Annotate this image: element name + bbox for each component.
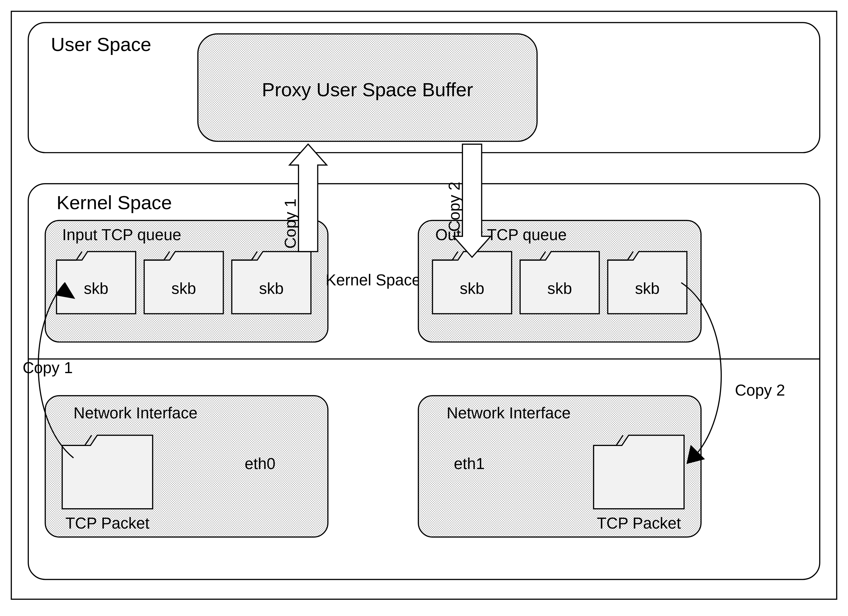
- nic0-panel: Network Interface eth0 TCP Packet: [45, 395, 328, 537]
- svg-marker-20: [62, 435, 153, 509]
- proxy-buffer-label: Proxy User Space Buffer: [262, 79, 473, 100]
- svg-text:skb: skb: [172, 280, 196, 297]
- skb-folder: skb: [144, 252, 224, 314]
- svg-text:skb: skb: [460, 280, 484, 297]
- input-queue-label: Input TCP queue: [62, 226, 181, 243]
- tcp-packet-folder: [62, 435, 153, 509]
- copy1-arrow-label: Copy 1: [282, 198, 299, 249]
- skb-folder: skb: [520, 252, 599, 314]
- nic0-label: Network Interface: [74, 404, 197, 422]
- copy2-arrow-label: Copy 2: [445, 182, 463, 232]
- nic1-panel: Network Interface eth1 TCP Packet: [418, 395, 701, 537]
- svg-marker-22: [594, 435, 684, 509]
- svg-text:skb: skb: [84, 280, 108, 297]
- kernel-space-label: Kernel Space: [56, 192, 172, 213]
- diagram-root: User Space Proxy User Space Buffer Kerne…: [0, 0, 848, 610]
- user-space-label: User Space: [51, 34, 151, 55]
- tcp-packet-folder: [594, 435, 684, 509]
- copy2-ext-label: Copy 2: [735, 381, 785, 399]
- copy1-ext-label: Copy 1: [22, 359, 73, 376]
- nic1-packet-label: TCP Packet: [597, 514, 681, 532]
- kernel-center-label: Kernel Space: [325, 271, 421, 289]
- kernel-space-panel: Kernel Space Input TCP queue skb skb skb: [28, 184, 820, 579]
- nic0-iface: eth0: [245, 455, 276, 472]
- nic1-label: Network Interface: [446, 404, 571, 422]
- svg-text:skb: skb: [259, 280, 283, 297]
- nic1-iface: eth1: [454, 455, 485, 472]
- svg-text:skb: skb: [635, 280, 660, 297]
- nic0-packet-label: TCP Packet: [65, 514, 150, 532]
- skb-folder: skb: [232, 252, 311, 314]
- skb-folder: skb: [56, 252, 136, 314]
- skb-folder: skb: [608, 252, 687, 314]
- user-space-panel: User Space Proxy User Space Buffer: [28, 22, 820, 153]
- svg-text:skb: skb: [547, 280, 572, 297]
- skb-folder: skb: [432, 252, 511, 314]
